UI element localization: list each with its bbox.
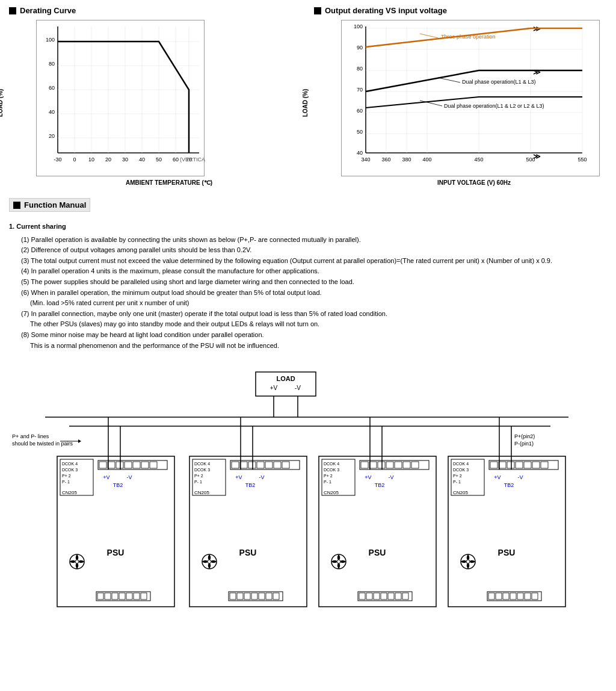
output-derating-title: Output derating VS input voltage xyxy=(314,6,607,15)
output-derating-x-label: INPUT VOLTAGE (V) 60Hz xyxy=(341,179,607,186)
svg-rect-117 xyxy=(141,593,147,600)
svg-rect-147 xyxy=(319,456,436,607)
svg-text:40: 40 xyxy=(49,109,55,115)
derating-curve-title: Derating Curve xyxy=(9,6,302,15)
svg-text:Dual phase operation(L1 & L2 o: Dual phase operation(L1 & L2 or L2 & L3) xyxy=(444,103,544,109)
svg-rect-157 xyxy=(378,462,385,468)
derating-curve-wrapper: LOAD (%) 100 80 60 40 20 xyxy=(9,20,302,186)
svg-rect-170 xyxy=(366,593,372,600)
svg-rect-102 xyxy=(141,462,149,468)
svg-rect-173 xyxy=(388,593,394,600)
derating-y-label: LOAD (%) xyxy=(0,89,4,117)
svg-text:P-   1: P- 1 xyxy=(62,480,70,484)
svg-text:360: 360 xyxy=(381,156,390,163)
svg-rect-145 xyxy=(266,593,272,600)
svg-text:Dual phase operation(L1 & L3): Dual phase operation(L1 & L3) xyxy=(462,79,536,85)
manual-content: 1. Current sharing (1) Parallel operatio… xyxy=(9,222,607,351)
svg-text:≫: ≫ xyxy=(533,68,541,76)
svg-rect-199 xyxy=(496,593,502,600)
svg-rect-156 xyxy=(369,462,377,468)
svg-text:PSU: PSU xyxy=(498,548,516,557)
title-icon3 xyxy=(13,202,20,209)
svg-text:TB2: TB2 xyxy=(504,482,514,488)
output-derating-wrapper: LOAD (%) 100 90 80 70 60 50 40 xyxy=(314,20,607,186)
svg-rect-176 xyxy=(448,456,565,607)
svg-point-137 xyxy=(208,560,211,563)
manual-sub-6: (6) When in parallel operation, the mini… xyxy=(21,288,607,299)
svg-rect-189 xyxy=(532,462,540,468)
svg-text:P-   1: P- 1 xyxy=(194,480,202,484)
svg-line-65 xyxy=(438,78,460,82)
svg-point-195 xyxy=(466,560,470,563)
manual-item-1: 1. Current sharing xyxy=(9,222,607,232)
svg-text:TB2: TB2 xyxy=(375,482,385,488)
svg-text:380: 380 xyxy=(402,156,411,163)
svg-text:+V: +V xyxy=(494,474,500,480)
svg-rect-174 xyxy=(395,593,401,600)
svg-text:PSU: PSU xyxy=(107,548,125,557)
function-manual-section: Function Manual 1. Current sharing (1) P… xyxy=(9,198,607,351)
svg-point-108 xyxy=(75,560,79,563)
svg-text:P+   2: P+ 2 xyxy=(62,474,71,478)
svg-rect-113 xyxy=(112,593,118,600)
derating-svg: 100 80 60 40 20 -30 0 10 20 30 xyxy=(37,20,205,177)
svg-text:CN205: CN205 xyxy=(324,490,339,495)
svg-rect-161 xyxy=(411,462,419,468)
manual-sub-7: (7) In parallel connection, maybe only o… xyxy=(21,309,607,320)
svg-text:P-(pin1): P-(pin1) xyxy=(514,441,534,447)
svg-rect-103 xyxy=(150,462,157,468)
svg-rect-114 xyxy=(119,593,125,600)
svg-text:30: 30 xyxy=(122,156,128,163)
svg-text:P+(pin2): P+(pin2) xyxy=(514,433,535,439)
svg-rect-127 xyxy=(240,462,247,468)
svg-text:Three phase operation: Three phase operation xyxy=(441,34,496,40)
svg-text:550: 550 xyxy=(578,156,587,163)
svg-rect-169 xyxy=(359,593,365,600)
svg-text:+V: +V xyxy=(103,474,109,480)
svg-marker-78 xyxy=(78,439,81,443)
svg-text:90: 90 xyxy=(357,45,363,51)
svg-text:60: 60 xyxy=(357,108,363,114)
svg-text:P+ and P- lines: P+ and P- lines xyxy=(12,433,49,439)
svg-rect-185 xyxy=(499,462,506,468)
svg-rect-140 xyxy=(230,593,236,600)
svg-text:-V: -V xyxy=(518,474,523,480)
svg-rect-175 xyxy=(402,593,408,600)
svg-rect-159 xyxy=(395,462,402,468)
manual-sub-3: (3) The total output current must not ex… xyxy=(21,256,607,267)
svg-text:40: 40 xyxy=(357,150,363,156)
svg-text:60: 60 xyxy=(173,156,179,163)
svg-rect-116 xyxy=(134,593,140,600)
svg-rect-115 xyxy=(126,593,132,600)
svg-rect-129 xyxy=(257,462,264,468)
svg-rect-89 xyxy=(57,456,174,607)
svg-text:CN205: CN205 xyxy=(62,490,77,495)
svg-point-166 xyxy=(337,560,340,563)
svg-text:DCOK 4: DCOK 4 xyxy=(453,462,469,466)
derating-x-label: AMBIENT TEMPERATURE (℃) xyxy=(36,179,302,186)
svg-text:CN205: CN205 xyxy=(194,490,209,495)
svg-text:0: 0 xyxy=(73,156,76,163)
svg-text:400: 400 xyxy=(422,156,431,163)
svg-rect-188 xyxy=(524,462,531,468)
output-derating-chart: 100 90 80 70 60 50 40 xyxy=(341,20,600,176)
svg-text:80: 80 xyxy=(357,66,363,72)
manual-sub-2: (2) Difference of output voltages among … xyxy=(21,245,607,256)
svg-text:-30: -30 xyxy=(54,156,61,163)
svg-text:70: 70 xyxy=(357,87,363,93)
manual-sub-6-note: (Min. load >5% rated current per unit x … xyxy=(30,298,607,309)
svg-text:50: 50 xyxy=(357,129,363,135)
output-derating-y-label: LOAD (%) xyxy=(302,89,309,117)
svg-text:100: 100 xyxy=(354,23,363,29)
title-icon xyxy=(9,7,16,14)
svg-text:CN205: CN205 xyxy=(453,490,468,495)
svg-text:DCOK 4: DCOK 4 xyxy=(62,462,78,466)
svg-text:≫: ≫ xyxy=(533,152,541,161)
manual-sub-1: (1) Parallel operation is available by c… xyxy=(21,235,607,246)
svg-rect-160 xyxy=(403,462,410,468)
svg-rect-158 xyxy=(386,462,393,468)
svg-rect-142 xyxy=(244,593,250,600)
svg-rect-190 xyxy=(541,462,548,468)
svg-text:50: 50 xyxy=(156,156,162,163)
svg-text:60: 60 xyxy=(49,85,55,91)
